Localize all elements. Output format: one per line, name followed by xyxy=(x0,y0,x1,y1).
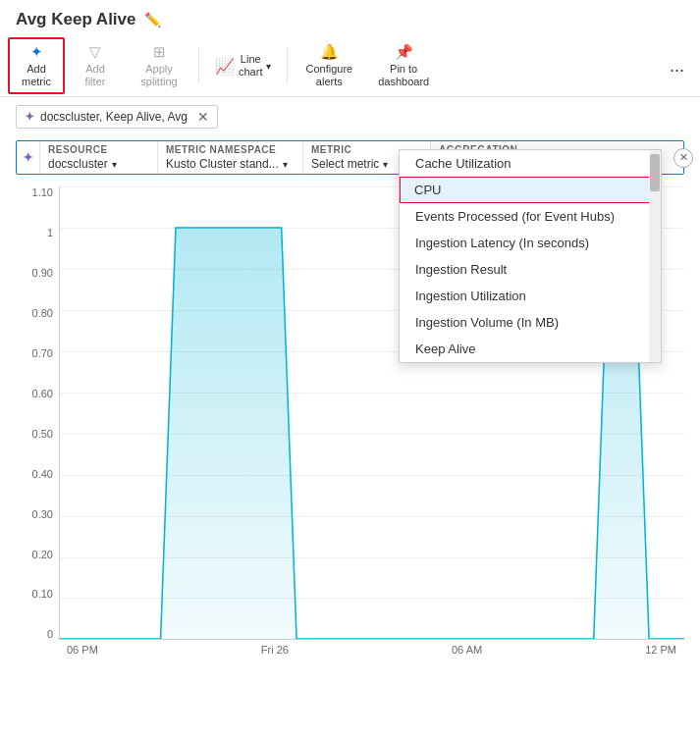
y-label-4: 0.80 xyxy=(32,307,53,319)
namespace-chevron: ▾ xyxy=(283,159,288,170)
x-label-2: Fri 26 xyxy=(261,644,289,656)
namespace-label: METRIC NAMESPACE xyxy=(166,144,295,155)
configure-alerts-button[interactable]: 🔔 Configure alerts xyxy=(294,37,364,94)
x-label-1: 06 PM xyxy=(67,644,98,656)
apply-splitting-icon: ⊞ xyxy=(153,43,166,61)
dropdown-item-latency[interactable]: Ingestion Latency (In seconds) xyxy=(400,230,661,256)
dropdown-item-cpu[interactable]: CPU xyxy=(400,177,661,203)
x-label-3: 06 AM xyxy=(452,644,482,656)
apply-splitting-button[interactable]: ⊞ Apply splitting xyxy=(126,37,192,94)
add-filter-button[interactable]: ▽ Add filter xyxy=(67,37,124,94)
edit-icon[interactable]: ✏️ xyxy=(144,12,161,27)
x-axis: 06 PM Fri 26 06 AM 12 PM xyxy=(59,640,684,667)
configure-alerts-label: Configure alerts xyxy=(305,63,352,88)
namespace-select[interactable]: Kusto Cluster stand... ▾ xyxy=(166,157,295,171)
y-label-12: 0 xyxy=(47,628,53,640)
dropdown-scrollbar-thumb xyxy=(650,154,660,191)
metric-dropdown: Cache Utilization CPU Events Processed (… xyxy=(399,149,662,363)
resource-icon-col: ✦ xyxy=(17,141,40,174)
metric-tag: ✦ docscluster, Keep Alive, Avg ✕ xyxy=(16,105,218,129)
toolbar-separator-2 xyxy=(287,48,288,83)
line-chart-label: Linechart xyxy=(239,53,262,79)
apply-splitting-label: Apply splitting xyxy=(140,63,177,88)
pin-to-dashboard-button[interactable]: 📌 Pin to dashboard xyxy=(366,37,441,94)
dropdown-item-keepalive[interactable]: Keep Alive xyxy=(400,336,661,362)
tag-row: ✦ docscluster, Keep Alive, Avg ✕ xyxy=(0,97,700,136)
page-header: Avg Keep Alive ✏️ xyxy=(0,0,700,35)
resource-select[interactable]: docscluster ▾ xyxy=(48,157,149,171)
tag-text: docscluster, Keep Alive, Avg xyxy=(40,110,188,124)
resource-label: RESOURCE xyxy=(48,144,149,155)
namespace-value: Kusto Cluster stand... xyxy=(166,157,279,171)
y-label-9: 0.30 xyxy=(32,508,53,520)
line-chart-icon: 📈 xyxy=(215,57,235,76)
resource-column: RESOURCE docscluster ▾ xyxy=(40,141,158,174)
add-metric-label: Add metric xyxy=(22,63,51,88)
line-chart-button[interactable]: 📈 Linechart ▾ xyxy=(205,47,281,84)
dropdown-scrollbar[interactable] xyxy=(649,150,661,362)
dropdown-item-volume[interactable]: Ingestion Volume (In MB) xyxy=(400,309,661,336)
y-label-5: 0.70 xyxy=(32,347,53,359)
add-filter-icon: ▽ xyxy=(89,43,101,61)
y-label-2: 1 xyxy=(47,227,53,238)
resource-value: docscluster xyxy=(48,157,108,171)
close-metric-row-button[interactable]: ✕ xyxy=(673,148,693,168)
dropdown-item-result[interactable]: Ingestion Result xyxy=(400,256,661,283)
metric-value: Select metric xyxy=(311,157,379,171)
y-label-11: 0.10 xyxy=(32,588,53,600)
dropdown-item-utilization[interactable]: Ingestion Utilization xyxy=(400,283,661,309)
add-metric-icon: ✦ xyxy=(30,43,43,61)
y-label-10: 0.20 xyxy=(32,549,53,560)
x-label-4: 12 PM xyxy=(645,644,676,656)
pin-to-dashboard-icon: 📌 xyxy=(395,43,413,61)
dropdown-item-cache[interactable]: Cache Utilization xyxy=(400,150,661,177)
namespace-column: METRIC NAMESPACE Kusto Cluster stand... … xyxy=(158,141,303,174)
y-label-6: 0.60 xyxy=(32,388,53,399)
y-label-3: 0.90 xyxy=(32,267,53,279)
y-axis: 1.10 1 0.90 0.80 0.70 0.60 0.50 0.40 0.3… xyxy=(16,186,59,640)
metric-chevron: ▾ xyxy=(383,159,388,170)
resource-cube-icon: ✦ xyxy=(23,150,33,165)
y-label-8: 0.40 xyxy=(32,468,53,480)
more-button[interactable]: ... xyxy=(662,52,692,80)
dropdown-item-events[interactable]: Events Processed (for Event Hubs) xyxy=(400,203,661,230)
y-label-7: 0.50 xyxy=(32,428,53,440)
configure-alerts-icon: 🔔 xyxy=(320,43,339,61)
add-filter-label: Add filter xyxy=(85,63,106,88)
line-chart-chevron: ▾ xyxy=(266,61,271,72)
pin-to-dashboard-label: Pin to dashboard xyxy=(378,63,429,88)
resource-chevron: ▾ xyxy=(112,159,117,170)
toolbar: ✦ Add metric ▽ Add filter ⊞ Apply splitt… xyxy=(0,35,700,97)
tag-icon: ✦ xyxy=(25,110,34,124)
page-title: Avg Keep Alive xyxy=(16,10,136,29)
y-label-1: 1.10 xyxy=(32,186,53,198)
toolbar-separator-1 xyxy=(198,48,199,83)
tag-close-button[interactable]: ✕ xyxy=(197,109,209,125)
add-metric-button[interactable]: ✦ Add metric xyxy=(8,37,65,94)
